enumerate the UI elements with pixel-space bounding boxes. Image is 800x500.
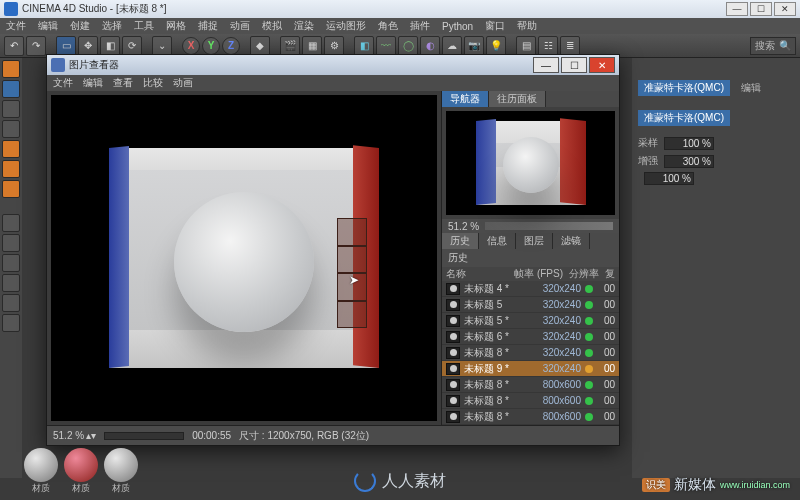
render-view-button[interactable]: 🎬 bbox=[280, 36, 300, 56]
viewport-solo-button[interactable] bbox=[2, 234, 20, 252]
pv-menubar[interactable]: 文件 编辑 查看 比较 动画 bbox=[47, 75, 619, 91]
pv-maximize-button[interactable]: ☐ bbox=[561, 57, 587, 73]
move-button[interactable]: ✥ bbox=[78, 36, 98, 56]
menu-help[interactable]: 帮助 bbox=[517, 19, 537, 33]
main-menubar[interactable]: 文件 编辑 创建 选择 工具 网格 捕捉 动画 模拟 渲染 运动图形 角色 插件… bbox=[0, 18, 800, 34]
workplane-button[interactable] bbox=[2, 274, 20, 292]
history-row[interactable]: 未标题 8 *800x60000 bbox=[442, 393, 619, 409]
render-settings-button[interactable]: ⚙ bbox=[324, 36, 344, 56]
menu-select[interactable]: 选择 bbox=[102, 19, 122, 33]
menu-window[interactable]: 窗口 bbox=[485, 19, 505, 33]
history-row[interactable]: 未标题 8 *800x60000 bbox=[442, 377, 619, 393]
menu-anim[interactable]: 动画 bbox=[230, 19, 250, 33]
redo-button[interactable]: ↷ bbox=[26, 36, 46, 56]
maximize-button[interactable]: ☐ bbox=[750, 2, 772, 16]
app-icon bbox=[4, 2, 18, 16]
z-axis-toggle[interactable]: Z bbox=[222, 37, 240, 55]
planar-workplane-button[interactable] bbox=[2, 314, 20, 332]
add-cube-button[interactable]: ◧ bbox=[354, 36, 374, 56]
htab-info[interactable]: 信息 bbox=[479, 233, 516, 249]
add-spline-button[interactable]: 〰 bbox=[376, 36, 396, 56]
tab-history-panel[interactable]: 往历面板 bbox=[489, 91, 546, 107]
layout-button[interactable]: ▤ bbox=[516, 36, 536, 56]
snap-toggle-button[interactable] bbox=[2, 254, 20, 272]
make-editable-button[interactable] bbox=[2, 60, 20, 78]
scale-button[interactable]: ◧ bbox=[100, 36, 120, 56]
axis-mode-button[interactable] bbox=[2, 214, 20, 232]
material-ball-1[interactable] bbox=[24, 448, 58, 482]
model-mode-button[interactable] bbox=[2, 80, 20, 98]
workplane-mode-button[interactable] bbox=[2, 120, 20, 138]
render-region-button[interactable]: ▦ bbox=[302, 36, 322, 56]
history-row[interactable]: 未标题 5320x24000 bbox=[442, 297, 619, 313]
minimize-button[interactable]: — bbox=[726, 2, 748, 16]
material-ball-3[interactable] bbox=[104, 448, 138, 482]
menu-plugins[interactable]: 插件 bbox=[410, 19, 430, 33]
locked-workplane-button[interactable] bbox=[2, 294, 20, 312]
x-axis-toggle[interactable]: X bbox=[182, 37, 200, 55]
menu-create[interactable]: 创建 bbox=[70, 19, 90, 33]
pv-titlebar[interactable]: 图片查看器 — ☐ ✕ bbox=[47, 55, 619, 75]
menu-file[interactable]: 文件 bbox=[6, 19, 26, 33]
menu-edit[interactable]: 编辑 bbox=[38, 19, 58, 33]
zoom-spinner-icon[interactable]: ▴▾ bbox=[86, 430, 96, 441]
history-row[interactable]: 未标题 6 *320x24000 bbox=[442, 329, 619, 345]
history-row[interactable]: 未标题 8 *800x60000 bbox=[442, 409, 619, 425]
menu-snap[interactable]: 捕捉 bbox=[198, 19, 218, 33]
pv-mini-zoom-slider[interactable] bbox=[485, 222, 613, 230]
attr-field-3[interactable] bbox=[644, 172, 694, 185]
pv-menu-anim[interactable]: 动画 bbox=[173, 76, 193, 90]
pv-minimize-button[interactable]: — bbox=[533, 57, 559, 73]
texture-mode-button[interactable] bbox=[2, 100, 20, 118]
menu-python[interactable]: Python bbox=[442, 21, 473, 32]
pv-zoom-slider[interactable] bbox=[104, 432, 184, 440]
menu-character[interactable]: 角色 bbox=[378, 19, 398, 33]
htab-filter[interactable]: 滤镜 bbox=[553, 233, 590, 249]
attr-field-sampling[interactable] bbox=[664, 137, 714, 150]
content-browser-button[interactable]: ☷ bbox=[538, 36, 558, 56]
pv-history-list[interactable]: 未标题 4 *320x24000未标题 5320x24000未标题 5 *320… bbox=[442, 281, 619, 425]
live-select-button[interactable]: ▭ bbox=[56, 36, 76, 56]
pv-menu-view[interactable]: 查看 bbox=[113, 76, 133, 90]
add-generator-button[interactable]: ◯ bbox=[398, 36, 418, 56]
undo-button[interactable]: ↶ bbox=[4, 36, 24, 56]
attr-label: 采样 bbox=[638, 136, 658, 150]
point-mode-button[interactable] bbox=[2, 140, 20, 158]
menu-mesh[interactable]: 网格 bbox=[166, 19, 186, 33]
pv-menu-file[interactable]: 文件 bbox=[53, 76, 73, 90]
attr-section-qmc[interactable]: 准蒙特卡洛(QMC) bbox=[638, 110, 730, 126]
menu-render[interactable]: 渲染 bbox=[294, 19, 314, 33]
object-search[interactable]: 搜索 🔍 bbox=[750, 37, 796, 55]
pv-navigator-thumb[interactable] bbox=[446, 111, 615, 215]
pv-canvas[interactable]: ➤ bbox=[51, 95, 437, 421]
polygon-mode-button[interactable] bbox=[2, 180, 20, 198]
y-axis-toggle[interactable]: Y bbox=[202, 37, 220, 55]
htab-layer[interactable]: 图层 bbox=[516, 233, 553, 249]
pv-menu-edit[interactable]: 编辑 bbox=[83, 76, 103, 90]
recent-tools-button[interactable]: ⌄ bbox=[152, 36, 172, 56]
menu-tools[interactable]: 工具 bbox=[134, 19, 154, 33]
menu-mograph[interactable]: 运动图形 bbox=[326, 19, 366, 33]
material-manager[interactable]: 材质 材质 材质 bbox=[24, 448, 138, 494]
rotate-button[interactable]: ⟳ bbox=[122, 36, 142, 56]
structure-button[interactable]: ≣ bbox=[560, 36, 580, 56]
htab-history[interactable]: 历史 bbox=[442, 233, 479, 249]
add-camera-button[interactable]: 📷 bbox=[464, 36, 484, 56]
history-row[interactable]: 未标题 4 *320x24000 bbox=[442, 281, 619, 297]
edge-mode-button[interactable] bbox=[2, 160, 20, 178]
history-row[interactable]: 未标题 8 *320x24000 bbox=[442, 345, 619, 361]
pv-close-button[interactable]: ✕ bbox=[589, 57, 615, 73]
attr-tab-qmc[interactable]: 准蒙特卡洛(QMC) bbox=[638, 80, 730, 96]
history-row[interactable]: 未标题 5 *320x24000 bbox=[442, 313, 619, 329]
tab-navigator[interactable]: 导航器 bbox=[442, 91, 489, 107]
add-light-button[interactable]: 💡 bbox=[486, 36, 506, 56]
pv-menu-compare[interactable]: 比较 bbox=[143, 76, 163, 90]
coord-system-button[interactable]: ◆ bbox=[250, 36, 270, 56]
menu-sim[interactable]: 模拟 bbox=[262, 19, 282, 33]
attr-field-boost[interactable] bbox=[664, 155, 714, 168]
close-button[interactable]: ✕ bbox=[774, 2, 796, 16]
material-ball-2[interactable] bbox=[64, 448, 98, 482]
add-deformer-button[interactable]: ◐ bbox=[420, 36, 440, 56]
history-row[interactable]: 未标题 9 *320x24000 bbox=[442, 361, 619, 377]
add-environment-button[interactable]: ☁ bbox=[442, 36, 462, 56]
